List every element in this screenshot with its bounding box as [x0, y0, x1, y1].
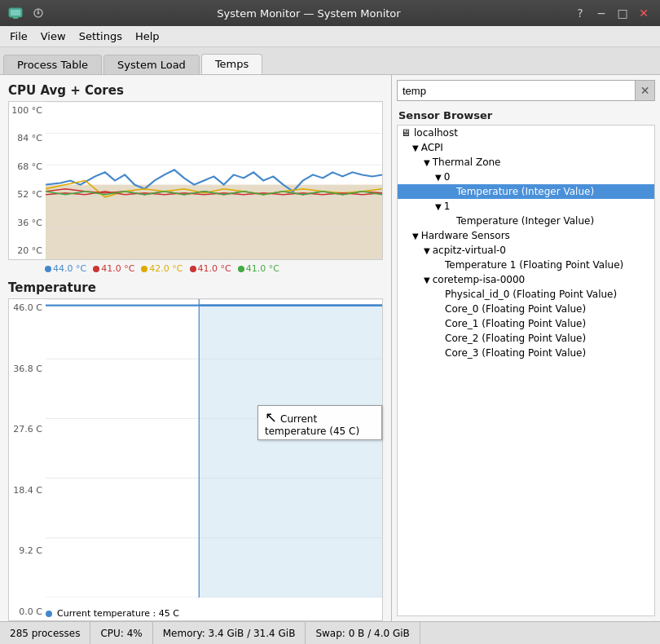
legend-value-4: 41.0 °C — [246, 263, 279, 274]
legend-item-4: 41.0 °C — [238, 263, 279, 274]
temp-legend: Current temperature : 45 C — [46, 608, 179, 619]
tree-item-6[interactable]: Temperature (Integer Value) — [398, 214, 654, 228]
tree-label: Core_1 (Floating Point Value) — [445, 318, 586, 329]
y-label-1: 84 °C — [9, 133, 42, 143]
tree-item-12[interactable]: Core_0 (Floating Point Value) — [398, 302, 654, 316]
cpu-chart-y-axis: 100 °C 84 °C 68 °C 52 °C 36 °C 20 °C — [9, 102, 46, 259]
status-cpu: CPU: 4% — [90, 622, 152, 644]
menu-settings[interactable]: Settings — [73, 29, 129, 44]
ty-label-5: 0.0 C — [9, 607, 42, 617]
tree-arrow: ▼ — [435, 173, 442, 182]
tree-label: 0 — [444, 171, 451, 183]
legend-value-0: 44.0 °C — [53, 263, 86, 274]
ty-label-1: 36.8 C — [9, 364, 42, 374]
tree-label: Temperature (Integer Value) — [456, 215, 594, 227]
tree-label: localhost — [414, 127, 458, 139]
tab-temps[interactable]: Temps — [201, 54, 262, 74]
tree-label: Thermal Zone — [433, 157, 501, 168]
tree-item-8[interactable]: ▼acpitz-virtual-0 — [398, 243, 654, 258]
ty-label-3: 18.4 C — [9, 485, 42, 496]
tree-item-9[interactable]: Temperature 1 (Floating Point Value) — [398, 258, 654, 272]
sensor-browser-label: Sensor Browser — [397, 106, 655, 125]
tab-system-load[interactable]: System Load — [103, 55, 200, 74]
left-panel: CPU Avg + Cores 100 °C 84 °C 68 °C 52 °C… — [0, 75, 391, 621]
temp-chart-title: Temperature — [8, 280, 383, 295]
tree-label: Temperature (Integer Value) — [456, 186, 594, 197]
tree-arrow: ▼ — [412, 143, 419, 152]
legend-color-3 — [190, 266, 196, 272]
tree-label: Core_3 (Floating Point Value) — [445, 347, 586, 359]
tree-label: Core_2 (Floating Point Value) — [445, 333, 586, 344]
search-input[interactable] — [397, 80, 636, 101]
tree-item-0[interactable]: 🖥localhost — [398, 126, 654, 140]
legend-value-1: 41.0 °C — [101, 263, 134, 274]
status-memory: Memory: 3.4 GiB / 31.4 GiB — [153, 622, 306, 644]
statusbar: 285 processes CPU: 4% Memory: 3.4 GiB / … — [0, 621, 660, 644]
tree-label: acpitz-virtual-0 — [433, 245, 506, 256]
tree-item-11[interactable]: Physical_id_0 (Floating Point Value) — [398, 287, 654, 302]
cpu-legend: 44.0 °C 41.0 °C 42.0 °C 41.0 °C 41.0 °C — [8, 263, 383, 274]
tree-item-2[interactable]: ▼Thermal Zone — [398, 155, 654, 170]
tree-item-4[interactable]: Temperature (Integer Value) — [398, 184, 654, 199]
status-processes: 285 processes — [0, 622, 90, 644]
right-panel: ✕ Sensor Browser 🖥localhost▼ACPI▼Thermal… — [391, 75, 660, 621]
menu-file[interactable]: File — [3, 29, 34, 44]
tree-item-10[interactable]: ▼coretemp-isa-0000 — [398, 272, 654, 287]
legend-color-1 — [93, 266, 99, 272]
window-title: System Monitor — System Monitor — [47, 7, 570, 20]
temp-chart-y-axis: 46.0 C 36.8 C 27.6 C 18.4 C 9.2 C 0.0 C — [9, 299, 46, 620]
search-clear-button[interactable]: ✕ — [636, 80, 655, 101]
tab-process-table[interactable]: Process Table — [3, 55, 102, 74]
y-label-0: 100 °C — [9, 105, 42, 116]
y-label-2: 68 °C — [9, 161, 42, 172]
tree-item-1[interactable]: ▼ACPI — [398, 140, 654, 155]
ty-label-2: 27.6 C — [9, 424, 42, 434]
temp-chart-container: 46.0 C 36.8 C 27.6 C 18.4 C 9.2 C 0.0 C — [8, 298, 383, 621]
minimize-button[interactable]: − — [592, 3, 611, 23]
tree-label: 1 — [444, 201, 451, 212]
tree-item-15[interactable]: Core_3 (Floating Point Value) — [398, 346, 654, 360]
tree-item-7[interactable]: ▼Hardware Sensors — [398, 228, 654, 243]
tree-arrow: ▼ — [424, 276, 430, 285]
temp-chart-area: ↖Current temperature (45 C) — [46, 299, 382, 598]
help-button[interactable]: ? — [570, 3, 590, 23]
menu-help[interactable]: Help — [129, 29, 166, 44]
tree-arrow: ▼ — [435, 202, 442, 211]
svg-point-5 — [37, 12, 40, 15]
close-button[interactable]: ✕ — [634, 3, 653, 23]
legend-item-2: 42.0 °C — [141, 263, 183, 274]
legend-color-2 — [141, 266, 147, 272]
tree-label: coretemp-isa-0000 — [433, 274, 526, 285]
tree-item-5[interactable]: ▼1 — [398, 199, 654, 214]
tree-label: Hardware Sensors — [421, 230, 510, 241]
titlebar-app-icons — [7, 4, 47, 22]
window-controls: ? − □ ✕ — [570, 3, 653, 23]
legend-color-4 — [238, 266, 244, 272]
tree-label: Temperature 1 (Floating Point Value) — [445, 259, 623, 271]
tree-item-3[interactable]: ▼0 — [398, 170, 654, 184]
y-label-3: 52 °C — [9, 189, 42, 200]
cpu-chart-container: 100 °C 84 °C 68 °C 52 °C 36 °C 20 °C — [8, 101, 383, 260]
sensor-tree[interactable]: 🖥localhost▼ACPI▼Thermal Zone▼0Temperatur… — [397, 125, 655, 616]
status-swap: Swap: 0 B / 4.0 GiB — [306, 622, 420, 644]
titlebar: System Monitor — System Monitor ? − □ ✕ — [0, 0, 660, 26]
temp-legend-dot — [46, 611, 52, 617]
cpu-chart-area — [46, 102, 382, 259]
tree-item-13[interactable]: Core_1 (Floating Point Value) — [398, 316, 654, 331]
ty-label-4: 9.2 C — [9, 545, 42, 556]
tree-item-14[interactable]: Core_2 (Floating Point Value) — [398, 331, 654, 346]
svg-rect-19 — [199, 304, 382, 598]
legend-color-0 — [45, 266, 51, 272]
tabbar: Process Table System Load Temps — [0, 47, 660, 75]
legend-item-0: 44.0 °C — [45, 263, 86, 274]
maximize-button[interactable]: □ — [613, 3, 632, 23]
svg-rect-2 — [13, 17, 18, 19]
temp-legend-value: Current temperature : 45 C — [57, 608, 179, 619]
tree-label: Core_0 (Floating Point Value) — [445, 303, 586, 315]
menu-view[interactable]: View — [34, 29, 73, 44]
svg-rect-6 — [46, 185, 382, 259]
y-label-5: 20 °C — [9, 245, 42, 256]
legend-item-1: 41.0 °C — [93, 263, 134, 274]
tree-arrow: ▼ — [424, 158, 430, 167]
pin-icon[interactable] — [29, 4, 47, 22]
